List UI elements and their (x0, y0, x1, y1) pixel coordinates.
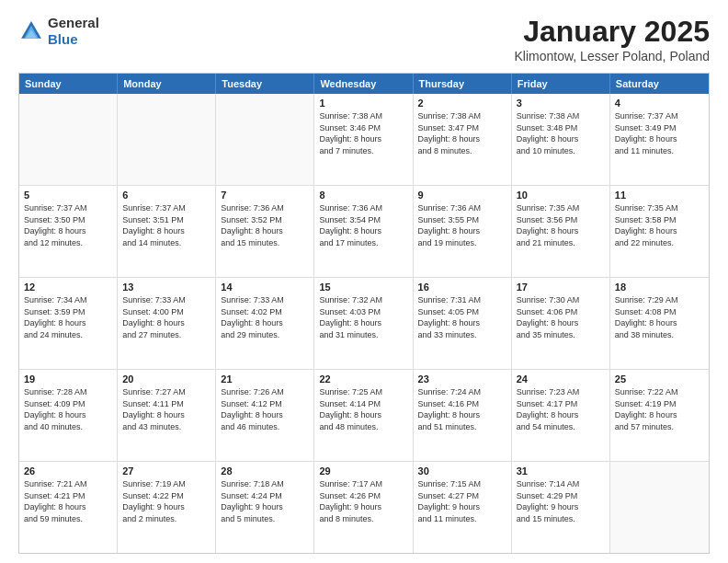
cell-detail: Sunrise: 7:38 AM Sunset: 3:46 PM Dayligh… (319, 110, 407, 156)
day-number: 9 (418, 190, 506, 201)
day-number: 12 (24, 282, 112, 293)
weekday-friday: Friday (512, 74, 610, 94)
cell-detail: Sunrise: 7:14 AM Sunset: 4:29 PM Dayligh… (517, 478, 605, 524)
logo-icon (18, 18, 44, 44)
cell-detail: Sunrise: 7:33 AM Sunset: 4:02 PM Dayligh… (221, 294, 309, 340)
cell-detail: Sunrise: 7:35 AM Sunset: 3:56 PM Dayligh… (517, 202, 605, 248)
day-number: 11 (615, 190, 704, 201)
cal-cell: 6Sunrise: 7:37 AM Sunset: 3:51 PM Daylig… (118, 186, 216, 277)
week-row-0: 1Sunrise: 7:38 AM Sunset: 3:46 PM Daylig… (19, 94, 709, 185)
cal-cell: 12Sunrise: 7:34 AM Sunset: 3:59 PM Dayli… (19, 278, 118, 369)
cal-cell: 9Sunrise: 7:36 AM Sunset: 3:55 PM Daylig… (414, 186, 512, 277)
cell-detail: Sunrise: 7:23 AM Sunset: 4:17 PM Dayligh… (517, 386, 605, 432)
cal-cell: 8Sunrise: 7:36 AM Sunset: 3:54 PM Daylig… (314, 186, 413, 277)
weekday-tuesday: Tuesday (216, 74, 314, 94)
month-title: January 2025 (515, 15, 710, 49)
day-number: 23 (418, 373, 506, 385)
cell-detail: Sunrise: 7:28 AM Sunset: 4:09 PM Dayligh… (24, 386, 112, 432)
day-number: 25 (615, 373, 704, 385)
day-number: 13 (122, 282, 210, 293)
weekday-thursday: Thursday (414, 74, 512, 94)
cell-detail: Sunrise: 7:25 AM Sunset: 4:14 PM Dayligh… (319, 386, 407, 432)
cell-detail: Sunrise: 7:36 AM Sunset: 3:54 PM Dayligh… (319, 202, 407, 248)
cal-cell (216, 94, 314, 185)
cell-detail: Sunrise: 7:36 AM Sunset: 3:55 PM Dayligh… (418, 202, 506, 248)
cell-detail: Sunrise: 7:15 AM Sunset: 4:27 PM Dayligh… (418, 478, 506, 524)
logo-text: General Blue (48, 15, 99, 48)
cal-cell: 15Sunrise: 7:32 AM Sunset: 4:03 PM Dayli… (314, 278, 413, 369)
day-number: 16 (418, 282, 506, 293)
cal-cell (610, 462, 709, 553)
cal-cell: 31Sunrise: 7:14 AM Sunset: 4:29 PM Dayli… (512, 462, 610, 553)
page: General Blue January 2025 Klimontow, Les… (0, 0, 728, 563)
day-number: 17 (517, 282, 605, 293)
header: General Blue January 2025 Klimontow, Les… (18, 15, 710, 63)
calendar: Sunday Monday Tuesday Wednesday Thursday… (18, 73, 710, 554)
logo-general: General (48, 15, 99, 30)
cal-cell: 11Sunrise: 7:35 AM Sunset: 3:58 PM Dayli… (610, 186, 709, 277)
cell-detail: Sunrise: 7:38 AM Sunset: 3:48 PM Dayligh… (517, 110, 605, 156)
day-number: 28 (221, 465, 309, 477)
cell-detail: Sunrise: 7:18 AM Sunset: 4:24 PM Dayligh… (221, 478, 309, 524)
day-number: 26 (24, 465, 112, 477)
cell-detail: Sunrise: 7:32 AM Sunset: 4:03 PM Dayligh… (319, 294, 407, 340)
cal-cell (118, 94, 216, 185)
cal-cell: 21Sunrise: 7:26 AM Sunset: 4:12 PM Dayli… (216, 370, 314, 461)
cal-cell: 17Sunrise: 7:30 AM Sunset: 4:06 PM Dayli… (512, 278, 610, 369)
week-row-4: 26Sunrise: 7:21 AM Sunset: 4:21 PM Dayli… (19, 461, 709, 553)
cell-detail: Sunrise: 7:33 AM Sunset: 4:00 PM Dayligh… (122, 294, 210, 340)
day-number: 27 (122, 465, 210, 477)
day-number: 10 (517, 190, 605, 201)
day-number: 21 (221, 373, 309, 385)
day-number: 4 (615, 98, 704, 109)
day-number: 7 (221, 190, 309, 201)
day-number: 15 (319, 282, 407, 293)
calendar-body: 1Sunrise: 7:38 AM Sunset: 3:46 PM Daylig… (19, 94, 709, 553)
cell-detail: Sunrise: 7:29 AM Sunset: 4:08 PM Dayligh… (615, 294, 704, 340)
cal-cell: 24Sunrise: 7:23 AM Sunset: 4:17 PM Dayli… (512, 370, 610, 461)
cal-cell: 13Sunrise: 7:33 AM Sunset: 4:00 PM Dayli… (118, 278, 216, 369)
cell-detail: Sunrise: 7:37 AM Sunset: 3:51 PM Dayligh… (122, 202, 210, 248)
cal-cell: 22Sunrise: 7:25 AM Sunset: 4:14 PM Dayli… (314, 370, 413, 461)
day-number: 6 (122, 190, 210, 201)
day-number: 1 (319, 98, 407, 109)
cal-cell: 18Sunrise: 7:29 AM Sunset: 4:08 PM Dayli… (610, 278, 709, 369)
cal-cell: 29Sunrise: 7:17 AM Sunset: 4:26 PM Dayli… (314, 462, 413, 553)
calendar-header: Sunday Monday Tuesday Wednesday Thursday… (19, 74, 709, 94)
day-number: 14 (221, 282, 309, 293)
cal-cell: 10Sunrise: 7:35 AM Sunset: 3:56 PM Dayli… (512, 186, 610, 277)
cell-detail: Sunrise: 7:30 AM Sunset: 4:06 PM Dayligh… (517, 294, 605, 340)
day-number: 29 (319, 465, 407, 477)
cell-detail: Sunrise: 7:37 AM Sunset: 3:49 PM Dayligh… (615, 110, 704, 156)
day-number: 18 (615, 282, 704, 293)
cal-cell: 5Sunrise: 7:37 AM Sunset: 3:50 PM Daylig… (19, 186, 118, 277)
weekday-sunday: Sunday (19, 74, 118, 94)
cal-cell: 30Sunrise: 7:15 AM Sunset: 4:27 PM Dayli… (414, 462, 512, 553)
weekday-wednesday: Wednesday (314, 74, 413, 94)
weekday-monday: Monday (118, 74, 216, 94)
cell-detail: Sunrise: 7:24 AM Sunset: 4:16 PM Dayligh… (418, 386, 506, 432)
week-row-2: 12Sunrise: 7:34 AM Sunset: 3:59 PM Dayli… (19, 277, 709, 369)
day-number: 31 (517, 465, 605, 477)
cal-cell: 19Sunrise: 7:28 AM Sunset: 4:09 PM Dayli… (19, 370, 118, 461)
cell-detail: Sunrise: 7:22 AM Sunset: 4:19 PM Dayligh… (615, 386, 704, 432)
day-number: 8 (319, 190, 407, 201)
cal-cell: 23Sunrise: 7:24 AM Sunset: 4:16 PM Dayli… (414, 370, 512, 461)
day-number: 22 (319, 373, 407, 385)
day-number: 30 (418, 465, 506, 477)
cell-detail: Sunrise: 7:26 AM Sunset: 4:12 PM Dayligh… (221, 386, 309, 432)
cal-cell: 16Sunrise: 7:31 AM Sunset: 4:05 PM Dayli… (414, 278, 512, 369)
cal-cell (19, 94, 118, 185)
cal-cell: 14Sunrise: 7:33 AM Sunset: 4:02 PM Dayli… (216, 278, 314, 369)
location-title: Klimontow, Lesser Poland, Poland (515, 49, 710, 63)
day-number: 24 (517, 373, 605, 385)
cal-cell: 3Sunrise: 7:38 AM Sunset: 3:48 PM Daylig… (512, 94, 610, 185)
cell-detail: Sunrise: 7:19 AM Sunset: 4:22 PM Dayligh… (122, 478, 210, 524)
day-number: 2 (418, 98, 506, 109)
day-number: 3 (517, 98, 605, 109)
cal-cell: 28Sunrise: 7:18 AM Sunset: 4:24 PM Dayli… (216, 462, 314, 553)
cell-detail: Sunrise: 7:36 AM Sunset: 3:52 PM Dayligh… (221, 202, 309, 248)
weekday-saturday: Saturday (610, 74, 709, 94)
cal-cell: 2Sunrise: 7:38 AM Sunset: 3:47 PM Daylig… (414, 94, 512, 185)
cal-cell: 7Sunrise: 7:36 AM Sunset: 3:52 PM Daylig… (216, 186, 314, 277)
